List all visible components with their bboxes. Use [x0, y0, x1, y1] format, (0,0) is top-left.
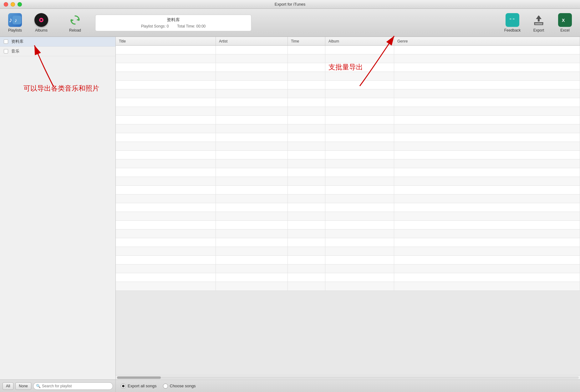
playlists-icon: ♪	[8, 13, 22, 27]
table-row[interactable]	[116, 98, 580, 107]
cell-time	[288, 194, 325, 203]
table-row[interactable]	[116, 264, 580, 273]
table-row[interactable]	[116, 63, 580, 72]
cell-album	[325, 282, 394, 290]
cell-time	[288, 133, 325, 142]
search-input[interactable]	[42, 384, 110, 388]
svg-text:": "	[513, 18, 515, 23]
col-header-album: Album	[325, 37, 394, 45]
col-header-artist: Artist	[216, 37, 288, 45]
table-row[interactable]	[116, 151, 580, 159]
minimize-button[interactable]	[11, 2, 15, 7]
svg-text:X: X	[562, 18, 565, 23]
cell-genre	[394, 177, 580, 185]
cell-time	[288, 247, 325, 255]
cell-title	[116, 168, 216, 177]
table-row[interactable]	[116, 212, 580, 221]
music-label: 音乐	[11, 48, 19, 54]
sidebar-item-library[interactable]: 资料库	[0, 37, 115, 47]
cell-album	[325, 107, 394, 115]
none-button[interactable]: None	[15, 382, 31, 390]
cell-artist	[216, 133, 288, 142]
table-row[interactable]	[116, 203, 580, 212]
cell-title	[116, 186, 216, 194]
choose-songs-radio[interactable]	[163, 384, 168, 389]
all-button[interactable]: All	[3, 382, 13, 390]
cell-album	[325, 212, 394, 220]
choose-songs-option[interactable]: Choose songs	[163, 384, 196, 389]
table-row[interactable]	[116, 177, 580, 186]
table-area: Title Artist Time Album Genre	[116, 37, 580, 379]
table-row[interactable]	[116, 273, 580, 282]
cell-time	[288, 273, 325, 282]
horizontal-scrollbar[interactable]	[116, 375, 580, 379]
table-row[interactable]	[116, 194, 580, 203]
search-box[interactable]: 🔍	[33, 382, 113, 390]
cell-time	[288, 124, 325, 133]
export-label: Export	[533, 28, 544, 33]
cell-time	[288, 168, 325, 177]
cell-time	[288, 98, 325, 107]
export-all-label: Export all songs	[128, 384, 157, 388]
table-row[interactable]	[116, 72, 580, 81]
close-button[interactable]	[4, 2, 8, 7]
table-row[interactable]	[116, 256, 580, 264]
cell-album	[325, 72, 394, 80]
scrollbar-thumb[interactable]	[117, 376, 161, 379]
excel-button[interactable]: X Excel	[552, 10, 577, 36]
table-row[interactable]	[116, 133, 580, 142]
cell-artist	[216, 186, 288, 194]
library-checkbox[interactable]	[4, 39, 8, 44]
reload-button[interactable]: Reload	[63, 10, 88, 36]
albums-button[interactable]: Albums	[29, 10, 54, 36]
cell-title	[116, 203, 216, 212]
table-row[interactable]	[116, 89, 580, 98]
export-button[interactable]: Export	[526, 10, 551, 36]
table-row[interactable]	[116, 221, 580, 229]
music-checkbox[interactable]	[4, 49, 8, 53]
cell-genre	[394, 282, 580, 290]
cell-album	[325, 203, 394, 212]
table-row[interactable]	[116, 124, 580, 133]
cell-time	[288, 256, 325, 264]
feedback-button[interactable]: " " Feedback	[500, 10, 525, 36]
cell-title	[116, 98, 216, 107]
cell-time	[288, 212, 325, 220]
cell-album	[325, 238, 394, 247]
table-row[interactable]	[116, 282, 580, 291]
cell-title	[116, 238, 216, 247]
svg-text:": "	[510, 18, 511, 23]
cell-genre	[394, 247, 580, 255]
table-row[interactable]	[116, 168, 580, 177]
cell-album	[325, 89, 394, 98]
cell-album	[325, 177, 394, 185]
cell-genre	[394, 72, 580, 80]
choose-songs-label: Choose songs	[170, 384, 196, 388]
table-row[interactable]	[116, 238, 580, 247]
cell-album	[325, 151, 394, 159]
svg-marker-9	[536, 15, 542, 19]
export-all-radio[interactable]	[121, 384, 126, 389]
maximize-button[interactable]	[18, 2, 22, 7]
bottom-bar: All None 🔍 Export all songs Choose songs	[0, 379, 580, 392]
playlists-button[interactable]: ♪ Playlists	[3, 10, 28, 36]
table-row[interactable]	[116, 107, 580, 116]
table-row[interactable]	[116, 54, 580, 63]
export-all-option[interactable]: Export all songs	[121, 384, 157, 389]
cell-genre	[394, 238, 580, 247]
table-row[interactable]	[116, 186, 580, 194]
cell-title	[116, 247, 216, 255]
cell-album	[325, 273, 394, 282]
table-row[interactable]	[116, 229, 580, 238]
table-row[interactable]	[116, 46, 580, 54]
cell-time	[288, 203, 325, 212]
table-row[interactable]	[116, 142, 580, 151]
cell-title	[116, 81, 216, 89]
table-row[interactable]	[116, 247, 580, 256]
table-row[interactable]	[116, 116, 580, 124]
table-row[interactable]	[116, 159, 580, 168]
cell-title	[116, 264, 216, 273]
sidebar-item-music[interactable]: 音乐	[0, 47, 115, 56]
table-row[interactable]	[116, 81, 580, 89]
library-label: 资料库	[11, 39, 23, 44]
